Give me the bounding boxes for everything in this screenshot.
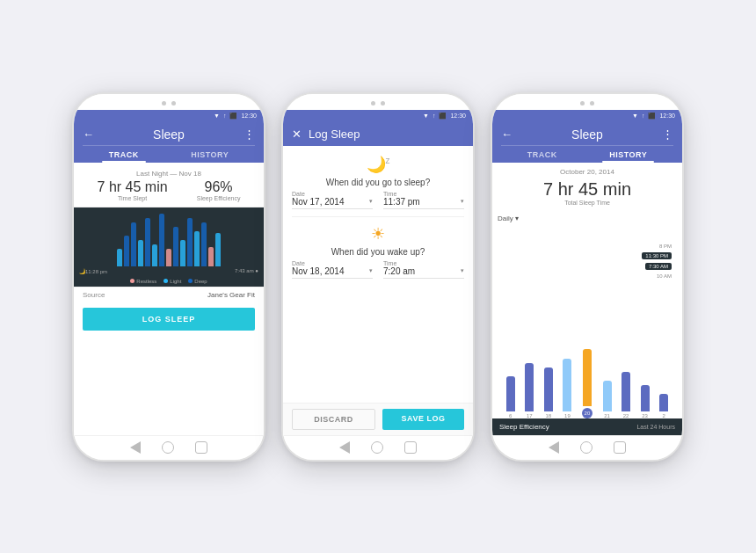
log-form: 🌙z When did you go to sleep? Date Nov 17… [283,146,473,403]
menu-button[interactable]: ⋮ [244,127,255,141]
history-bar [544,367,553,411]
phone1-screen: ▼ ↑ ⬛ 12:30 ← Sleep ⋮ TRACK HISTORY [74,110,264,435]
menu-button[interactable]: ⋮ [662,127,673,141]
chart-bars [74,214,264,266]
sleep-date-label: Date [292,191,373,197]
chart-legend: Restless Light Deep [74,276,264,287]
sleep-date-field[interactable]: Date Nov 17, 2014 ▾ [292,191,373,209]
legend-light: Light [164,279,181,284]
app-header: ← Sleep ⋮ TRACK HISTORY [74,122,264,163]
home-nav[interactable] [580,441,592,454]
deep-label: Deep [194,279,207,284]
chart-bar [208,247,214,266]
recent-nav[interactable] [404,441,417,454]
back-button[interactable]: ← [83,127,94,141]
status-bar: ▼ ↑ ⬛ 12:30 [283,110,473,122]
tab-history[interactable]: HISTORY [602,146,654,163]
chart-bar [166,249,171,266]
chart-bar [138,240,143,266]
signal-icon: ▼ [214,113,220,119]
battery-icon: ⬛ [648,113,656,120]
save-log-button[interactable]: SAVE LOG [382,409,464,430]
time-display: 12:30 [450,113,466,119]
discard-button[interactable]: DISCARD [292,409,375,430]
back-button[interactable]: ← [501,127,512,141]
dot [381,101,385,106]
bar-group: 18 [544,367,553,418]
light-label: Light [170,279,181,284]
dropdown-arrow: ▾ [369,198,373,205]
history-bar [563,359,571,411]
scene: ▼ ↑ ⬛ 12:30 ← Sleep ⋮ TRACK HISTORY [0,0,756,553]
chart-bar [173,227,178,266]
bar-group: 20 [582,349,592,418]
history-date: October 20, 2014 [492,163,682,178]
tab-history[interactable]: HISTORY [184,146,236,163]
bottom-bar [283,435,473,460]
dot [590,101,594,106]
legend-restless: Restless [130,279,156,284]
dot [162,101,166,106]
signal-icon: ▼ [423,113,429,119]
light-dot [164,279,168,283]
source-label: Source [83,291,105,299]
status-bar: ▼ ↑ ⬛ 12:30 [74,110,264,122]
app-title: Sleep [571,127,603,142]
phone3-screen: ▼ ↑ ⬛ 12:30 ← Sleep ⋮ TRACK HISTORY Octo [492,110,682,435]
stats-row: 7 hr 45 min Time Slept 96% Sleep Efficie… [83,180,255,201]
time-display: 12:30 [241,113,257,119]
daily-label[interactable]: Daily ▾ [498,215,519,222]
home-nav[interactable] [162,441,174,454]
restless-label: Restless [136,279,156,284]
app-header: ← Sleep ⋮ TRACK HISTORY [492,122,682,163]
chart-bar [215,233,221,266]
battery-icon: ⬛ [439,113,447,120]
wake-time-field[interactable]: Time 7:20 am ▾ [383,260,464,279]
recent-nav[interactable] [614,441,626,454]
chart-end-time: 7:43 am ● [235,268,258,274]
back-nav[interactable] [130,441,141,454]
time-slept-block: 7 hr 45 min Time Slept [98,180,168,201]
efficiency-value: 96% [197,180,241,194]
efficiency-block: 96% Sleep Efficiency [197,180,241,201]
chart-bar [124,236,129,266]
dot [371,101,375,106]
battery-icon: ⬛ [229,113,237,120]
wake-fields: Date Nov 18, 2014 ▾ Time 7:20 am ▾ [292,260,464,279]
phone-top-dots [74,94,264,110]
source-row: Source Jane's Gear Fit [74,287,264,302]
sleep-summary: Last Night — Nov 18 7 hr 45 min Time Sle… [74,163,264,207]
bar-group: 19 [563,359,571,418]
history-big-stat: 7 hr 45 min Total Sleep Time [492,178,682,209]
sleep-question: When did you go to sleep? [326,178,430,187]
time-730am: 7:30 AM [645,263,672,270]
chart-bar [131,222,136,266]
recent-nav[interactable] [195,441,207,454]
back-nav[interactable] [549,441,559,454]
close-button[interactable]: ✕ [292,127,302,141]
log-sleep-button[interactable]: LOG SLEEP [83,308,255,331]
time-slept-label: Time Slept [98,195,168,201]
phone-top-dots [492,94,682,110]
history-bar [506,376,515,411]
bar-label: 23 [642,413,648,418]
chart-header: Daily ▾ [498,215,677,222]
bar-label: 19 [564,413,571,418]
tab-track[interactable]: TRACK [102,146,146,163]
sun-icon: ☀ [371,224,385,244]
sleep-time-field[interactable]: Time 11:37 pm ▾ [383,191,464,209]
chart-start-time: 🌙11:28 pm [79,268,107,274]
status-bar: ▼ ↑ ⬛ 12:30 [492,110,682,122]
sleep-chart: 🌙11:28 pm 7:43 am ● Restless Light [74,207,264,287]
history-content: October 20, 2014 7 hr 45 min Total Sleep… [492,163,682,435]
back-nav[interactable] [339,441,350,454]
bar-group: 23 [641,385,650,418]
wake-date-field[interactable]: Date Nov 18, 2014 ▾ [292,260,373,279]
wake-time-label: Time [383,260,464,266]
tab-track[interactable]: TRACK [520,146,564,163]
phone-log: ▼ ↑ ⬛ 12:30 ✕ Log Sleep 🌙z When did you … [281,92,475,462]
home-nav[interactable] [371,441,383,454]
bottom-bar [74,435,264,460]
history-chart: Daily ▾ 6171819202122232 8 PM 11:30 PM 7… [492,209,682,418]
history-bar [603,381,612,411]
